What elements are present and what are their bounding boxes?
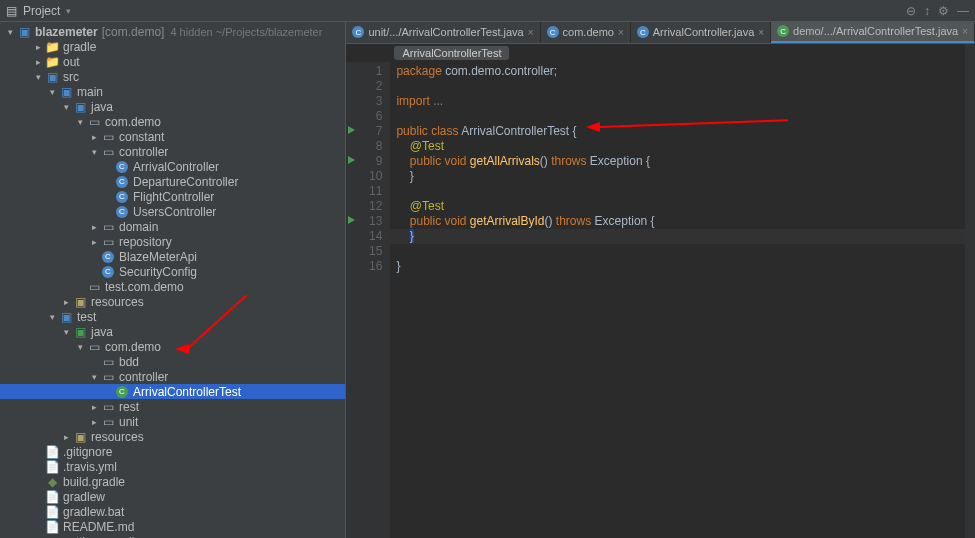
- tree-label: com.demo: [105, 115, 161, 129]
- dropdown-icon[interactable]: ▾: [66, 6, 71, 16]
- code-line[interactable]: package com.demo.controller;: [390, 64, 975, 79]
- close-icon[interactable]: ×: [962, 26, 968, 37]
- expand-icon[interactable]: ▸: [32, 57, 44, 67]
- code-line[interactable]: }: [390, 259, 975, 274]
- project-root-row[interactable]: ▾ ▣ blazemeter [com.demo] 4 hidden ~/Pro…: [0, 24, 345, 39]
- run-gutter-icon[interactable]: [348, 216, 355, 224]
- tree-item-flightcontroller[interactable]: CFlightController: [0, 189, 345, 204]
- code-line[interactable]: [390, 184, 975, 199]
- tree-item-resources[interactable]: ▸▣resources: [0, 429, 345, 444]
- editor-body[interactable]: 123678910111213141516 package com.demo.c…: [346, 62, 975, 538]
- close-icon[interactable]: ×: [618, 27, 624, 38]
- expand-icon[interactable]: ▾: [74, 342, 86, 352]
- code-line[interactable]: }: [390, 169, 975, 184]
- tree-label: SecurityConfig: [119, 265, 197, 279]
- scrollbar-vertical[interactable]: [965, 44, 975, 538]
- tree-label: main: [77, 85, 103, 99]
- close-icon[interactable]: ×: [528, 27, 534, 38]
- sync-icon[interactable]: ↕: [924, 4, 930, 18]
- close-icon[interactable]: ×: [758, 27, 764, 38]
- project-tree-panel[interactable]: ▾ ▣ blazemeter [com.demo] 4 hidden ~/Pro…: [0, 22, 346, 538]
- tree-item-domain[interactable]: ▸▭domain: [0, 219, 345, 234]
- expand-icon[interactable]: ▾: [88, 372, 100, 382]
- code-line[interactable]: public class ArrivalControllerTest {: [390, 124, 975, 139]
- editor-tab[interactable]: Ccom.demo×: [541, 22, 631, 43]
- tree-item-bdd[interactable]: ▭bdd: [0, 354, 345, 369]
- code-area[interactable]: package com.demo.controller;import ...pu…: [390, 62, 975, 538]
- tree-item-settings-gradle[interactable]: ◆settings.gradle: [0, 534, 345, 538]
- tree-item-java[interactable]: ▾▣java: [0, 324, 345, 339]
- expand-icon[interactable]: ▾: [74, 117, 86, 127]
- expand-icon[interactable]: ▸: [88, 417, 100, 427]
- expand-icon[interactable]: ▾: [60, 327, 72, 337]
- tree-item-blazemeterapi[interactable]: CBlazeMeterApi: [0, 249, 345, 264]
- run-gutter-icon[interactable]: [348, 156, 355, 164]
- tree-item-com-demo[interactable]: ▾▭com.demo: [0, 114, 345, 129]
- tree-item-com-demo[interactable]: ▾▭com.demo: [0, 339, 345, 354]
- editor-tabs: Cunit/.../ArrivalControllerTest.java×Cco…: [346, 22, 975, 44]
- code-line[interactable]: import ...: [390, 94, 975, 109]
- editor-tab[interactable]: Cdemo/.../ArrivalControllerTest.java×: [771, 22, 975, 43]
- tree-item-test-com-demo[interactable]: ▭test.com.demo: [0, 279, 345, 294]
- breadcrumb-item[interactable]: ArrivalControllerTest: [394, 46, 509, 60]
- breadcrumb[interactable]: ArrivalControllerTest: [346, 44, 975, 62]
- code-line[interactable]: @Test: [390, 199, 975, 214]
- tree-item-readme-md[interactable]: 📄README.md: [0, 519, 345, 534]
- root-hint: 4 hidden ~/Projects/blazemeter: [170, 26, 322, 38]
- editor-tab[interactable]: Cunit/.../ArrivalControllerTest.java×: [346, 22, 540, 43]
- expand-icon[interactable]: ▾: [32, 72, 44, 82]
- tree-item-rest[interactable]: ▸▭rest: [0, 399, 345, 414]
- code-line[interactable]: [390, 109, 975, 124]
- tree-item-arrivalcontroller[interactable]: CArrivalController: [0, 159, 345, 174]
- code-line[interactable]: @Test: [390, 139, 975, 154]
- run-gutter-icon[interactable]: [348, 126, 355, 134]
- code-line[interactable]: public void getArrivalById() throws Exce…: [390, 214, 975, 229]
- tree-label: FlightController: [133, 190, 214, 204]
- hide-panel-icon[interactable]: —: [957, 4, 969, 18]
- collapse-all-icon[interactable]: ⊖: [906, 4, 916, 18]
- tree-item-java[interactable]: ▾▣java: [0, 99, 345, 114]
- code-line[interactable]: [390, 244, 975, 259]
- tree-item--gitignore[interactable]: 📄.gitignore: [0, 444, 345, 459]
- tree-item-constant[interactable]: ▸▭constant: [0, 129, 345, 144]
- tree-item-gradle[interactable]: ▸📁gradle: [0, 39, 345, 54]
- tree-item-repository[interactable]: ▸▭repository: [0, 234, 345, 249]
- expand-icon[interactable]: ▾: [60, 102, 72, 112]
- code-line[interactable]: [390, 79, 975, 94]
- tree-item-out[interactable]: ▸📁out: [0, 54, 345, 69]
- expand-icon[interactable]: ▸: [88, 222, 100, 232]
- tree-item-gradlew[interactable]: 📄gradlew: [0, 489, 345, 504]
- tree-item-departurecontroller[interactable]: CDepartureController: [0, 174, 345, 189]
- tree-item-arrivalcontrollertest[interactable]: CArrivalControllerTest: [0, 384, 345, 399]
- expand-icon[interactable]: ▸: [32, 42, 44, 52]
- code-line[interactable]: }: [390, 229, 975, 244]
- expand-icon[interactable]: ▸: [60, 297, 72, 307]
- tree-item-src[interactable]: ▾▣src: [0, 69, 345, 84]
- root-name: blazemeter: [35, 25, 98, 39]
- expand-icon[interactable]: ▸: [88, 132, 100, 142]
- tree-item-resources[interactable]: ▸▣resources: [0, 294, 345, 309]
- tree-item-userscontroller[interactable]: CUsersController: [0, 204, 345, 219]
- expand-icon[interactable]: ▸: [88, 237, 100, 247]
- expand-icon[interactable]: ▾: [88, 147, 100, 157]
- expand-icon[interactable]: ▾: [4, 27, 16, 37]
- tree-item--travis-yml[interactable]: 📄.travis.yml: [0, 459, 345, 474]
- expand-icon[interactable]: ▾: [46, 87, 58, 97]
- tree-item-build-gradle[interactable]: ◆build.gradle: [0, 474, 345, 489]
- settings-icon[interactable]: ⚙: [938, 4, 949, 18]
- tree-item-unit[interactable]: ▸▭unit: [0, 414, 345, 429]
- expand-icon[interactable]: ▸: [88, 402, 100, 412]
- tree-item-controller[interactable]: ▾▭controller: [0, 144, 345, 159]
- editor-tab[interactable]: CArrivalController.java×: [631, 22, 771, 43]
- tree-label: .gitignore: [63, 445, 112, 459]
- code-line[interactable]: public void getAllArrivals() throws Exce…: [390, 154, 975, 169]
- expand-icon[interactable]: ▸: [60, 432, 72, 442]
- tree-label: build.gradle: [63, 475, 125, 489]
- tree-label: settings.gradle: [63, 535, 141, 539]
- tree-item-main[interactable]: ▾▣main: [0, 84, 345, 99]
- expand-icon[interactable]: ▾: [46, 312, 58, 322]
- tree-item-test[interactable]: ▾▣test: [0, 309, 345, 324]
- tree-item-securityconfig[interactable]: CSecurityConfig: [0, 264, 345, 279]
- tree-item-controller[interactable]: ▾▭controller: [0, 369, 345, 384]
- tree-item-gradlew-bat[interactable]: 📄gradlew.bat: [0, 504, 345, 519]
